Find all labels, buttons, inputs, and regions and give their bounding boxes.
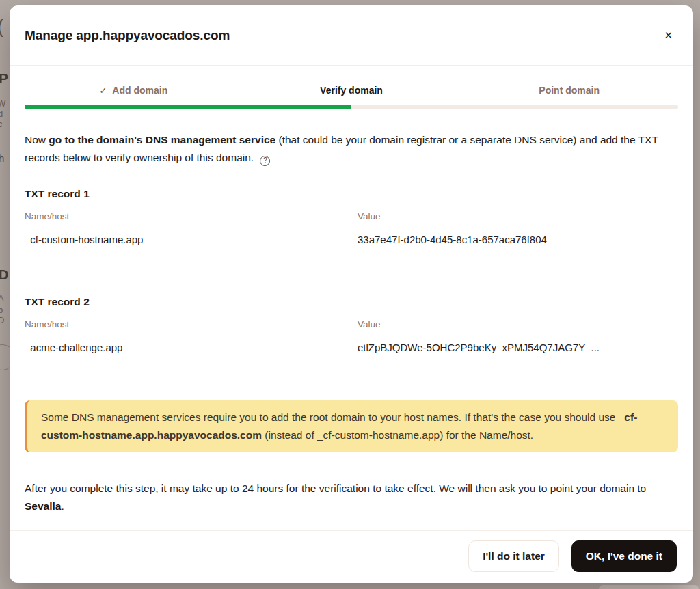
warning-post: (instead of _cf-custom-hostname.app) for… [262,429,533,441]
modal-title: Manage app.happyavocados.com [25,28,230,43]
background-text-fragment: A [0,294,4,303]
name-host-label: Name/host [25,210,358,222]
check-icon: ✓ [99,85,107,96]
step-add-domain: ✓ Add domain [25,85,243,96]
warning-pre: Some DNS management services require you… [41,411,619,423]
record-title: TXT record 1 [25,187,678,201]
stepper: ✓ Add domain Verify domain Point domain [25,85,678,96]
step-label: Add domain [112,85,167,96]
completion-note: After you complete this step, it may tak… [25,480,678,515]
step-label: Point domain [539,85,600,96]
modal-body: ✓ Add domain Verify domain Point domain … [10,66,693,530]
background-text-fragment: h [0,153,4,163]
record-name-host: _acme-challenge.app [25,341,358,354]
record-title: TXT record 2 [25,295,678,309]
background-text-fragment: W [0,99,5,108]
txt-record-1: TXT record 1 Name/host Value _cf-custom-… [25,187,678,246]
modal-header: Manage app.happyavocados.com ✕ [10,5,693,66]
step-point-domain: Point domain [460,85,678,96]
background-card-edge [599,585,699,589]
warning-callout: Some DNS management services require you… [25,400,678,452]
ill-do-it-later-button[interactable]: I'll do it later [468,540,559,572]
step-verify-domain: Verify domain [243,85,461,96]
value-label: Value [358,210,678,222]
note-post: . [61,500,64,512]
background-text-fragment: d [0,109,3,118]
note-pre: After you complete this step, it may tak… [25,482,646,494]
background-text-fragment: D [0,268,8,282]
close-icon[interactable]: ✕ [660,26,677,44]
background-text-fragment: c [0,120,3,128]
record-value-row: _cf-custom-hostname.app 33a7e47f-d2b0-4d… [25,233,678,246]
record-header-row: Name/host Value [25,318,678,330]
instructions-bold: go to the domain's DNS management servic… [49,134,275,146]
instructions-text: Now go to the domain's DNS management se… [25,131,678,167]
txt-record-2: TXT record 2 Name/host Value _acme-chall… [25,295,678,354]
instructions-pre: Now [25,134,49,146]
background-text-fragment: ( [0,18,3,36]
record-value: etlZpBJQDWe-5OHC2P9beKy_xPMJ54Q7JAG7Y_..… [358,341,678,354]
background-text-fragment: D [0,316,4,325]
background-text-fragment: b [0,305,3,314]
step-label: Verify domain [320,85,383,96]
background-text-fragment: P [0,71,8,85]
record-name-host: _cf-custom-hostname.app [25,233,358,246]
record-header-row: Name/host Value [25,210,678,222]
record-value: 33a7e47f-d2b0-4d45-8c1a-657aca76f804 [358,233,678,246]
sevalla-link[interactable]: Sevalla [25,500,61,512]
progress-fill [25,105,351,109]
record-value-row: _acme-challenge.app etlZpBJQDWe-5OHC2P9b… [25,341,678,354]
ok-ive-done-it-button[interactable]: OK, I've done it [571,540,677,572]
name-host-label: Name/host [25,318,358,330]
progress-bar [25,105,678,109]
value-label: Value [358,318,678,330]
manage-domain-modal: Manage app.happyavocados.com ✕ ✓ Add dom… [10,5,693,583]
help-icon[interactable]: ? [260,156,270,166]
modal-footer: I'll do it later OK, I've done it [10,530,693,583]
